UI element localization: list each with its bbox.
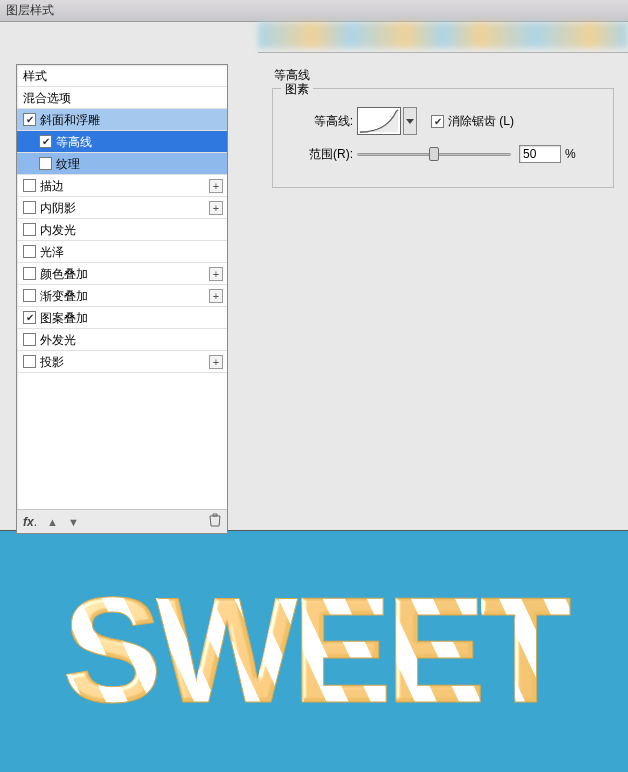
style-checkbox[interactable] [23,223,36,236]
window-title: 图层样式 [6,2,54,19]
blend-options[interactable]: 混合选项 [17,87,227,109]
style-checkbox[interactable] [39,135,52,148]
dialog-body: 样式 混合选项 斜面和浮雕等高线纹理描边+内阴影+内发光光泽颜色叠加+渐变叠加+… [0,22,628,530]
style-item-label: 描边 [40,175,64,197]
layer-style-dialog: 图层样式 样式 混合选项 斜面和浮雕等高线纹理描边+内阴影+内发光光泽颜色叠加+… [0,0,628,772]
styles-header-label: 样式 [23,65,47,87]
add-effect-button[interactable]: + [209,267,223,281]
style-list: 样式 混合选项 斜面和浮雕等高线纹理描边+内阴影+内发光光泽颜色叠加+渐变叠加+… [17,65,227,509]
fx-menu-button[interactable]: fx. [23,515,37,529]
contour-picker[interactable] [357,107,401,135]
style-item-innershadow[interactable]: 内阴影+ [17,197,227,219]
style-item-label: 等高线 [56,131,92,153]
style-checkbox[interactable] [23,355,36,368]
add-effect-button[interactable]: + [209,179,223,193]
styles-sidebar: 样式 混合选项 斜面和浮雕等高线纹理描边+内阴影+内发光光泽颜色叠加+渐变叠加+… [16,64,228,534]
style-item-innerglow[interactable]: 内发光 [17,219,227,241]
background-blur [258,22,628,48]
add-effect-button[interactable]: + [209,355,223,369]
contour-dropdown-button[interactable] [403,107,417,135]
titlebar[interactable]: 图层样式 [0,0,628,22]
svg-text:SWEET: SWEET [62,566,571,734]
style-item-label: 纹理 [56,153,80,175]
style-checkbox[interactable] [39,157,52,170]
antialias-checkbox[interactable] [431,115,444,128]
style-checkbox[interactable] [23,289,36,302]
elements-group: 图素 等高线: 消除锯齿 (L) 范围(R): [272,88,614,188]
style-item-contour[interactable]: 等高线 [17,131,227,153]
style-item-label: 内阴影 [40,197,76,219]
sidebar-footer: fx. ▲ ▼ [17,509,227,533]
style-item-bevel[interactable]: 斜面和浮雕 [17,109,227,131]
style-item-label: 投影 [40,351,64,373]
add-effect-button[interactable]: + [209,289,223,303]
style-item-gradoverlay[interactable]: 渐变叠加+ [17,285,227,307]
style-item-dropshadow[interactable]: 投影+ [17,351,227,373]
style-item-label: 光泽 [40,241,64,263]
move-up-button[interactable]: ▲ [47,516,58,528]
move-down-button[interactable]: ▼ [68,516,79,528]
section-title: 等高线 [274,67,614,84]
style-checkbox[interactable] [23,267,36,280]
group-legend: 图素 [281,81,313,98]
antialias-label: 消除锯齿 (L) [448,113,514,130]
contour-label: 等高线: [285,113,357,130]
styles-header[interactable]: 样式 [17,65,227,87]
style-item-texture[interactable]: 纹理 [17,153,227,175]
canvas-preview: SWEET [0,530,628,772]
style-checkbox[interactable] [23,113,36,126]
blend-options-label: 混合选项 [23,87,71,109]
contour-row: 等高线: 消除锯齿 (L) [285,107,601,135]
range-slider[interactable] [357,145,511,163]
range-label: 范围(R): [285,146,357,163]
settings-panel: 等高线 图素 等高线: 消除锯齿 (L) 范围(R) [258,52,628,530]
style-item-satin[interactable]: 光泽 [17,241,227,263]
style-checkbox[interactable] [23,179,36,192]
style-item-label: 斜面和浮雕 [40,109,100,131]
style-item-outerglow[interactable]: 外发光 [17,329,227,351]
style-checkbox[interactable] [23,311,36,324]
style-checkbox[interactable] [23,245,36,258]
style-item-label: 图案叠加 [40,307,88,329]
style-item-label: 颜色叠加 [40,263,88,285]
trash-button[interactable] [209,513,221,530]
style-item-label: 渐变叠加 [40,285,88,307]
range-unit: % [565,147,576,161]
range-row: 范围(R): % [285,145,601,163]
style-item-patoverlay[interactable]: 图案叠加 [17,307,227,329]
style-checkbox[interactable] [23,201,36,214]
style-item-label: 外发光 [40,329,76,351]
style-checkbox[interactable] [23,333,36,346]
preview-text: SWEET [14,552,614,752]
style-item-label: 内发光 [40,219,76,241]
style-item-coloroverlay[interactable]: 颜色叠加+ [17,263,227,285]
add-effect-button[interactable]: + [209,201,223,215]
range-input[interactable] [519,145,561,163]
style-item-stroke[interactable]: 描边+ [17,175,227,197]
